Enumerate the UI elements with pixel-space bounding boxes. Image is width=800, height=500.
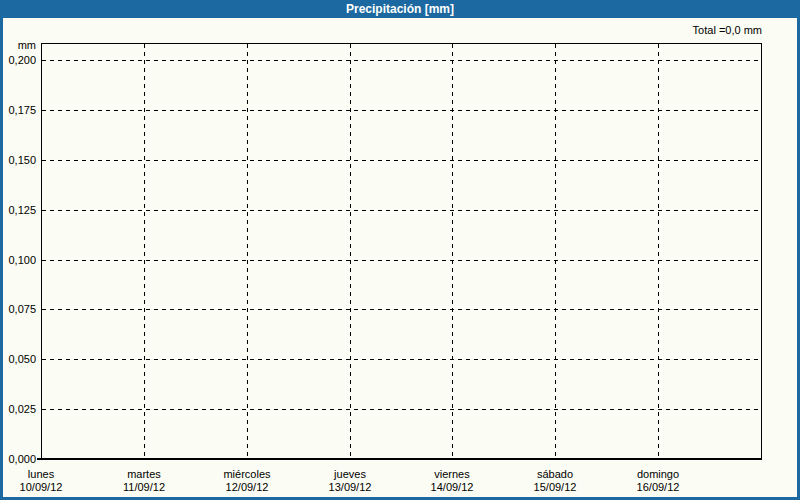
x-axis-line — [37, 458, 762, 460]
chart-title-bar: Precipitación [mm] — [0, 0, 800, 18]
y-axis-unit-label: mm — [0, 39, 36, 51]
plot-area — [41, 43, 762, 458]
chart-title: Precipitación [mm] — [346, 2, 454, 16]
total-precipitation-label: Total =0,0 mm — [562, 24, 762, 36]
